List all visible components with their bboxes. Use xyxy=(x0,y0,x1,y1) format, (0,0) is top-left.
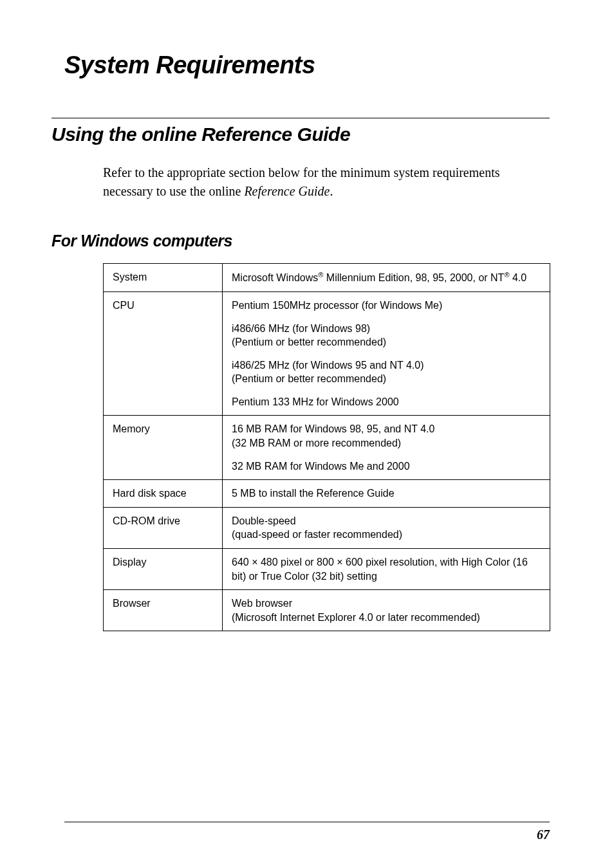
page-number: 67 xyxy=(537,827,550,842)
table-cell-block: 32 MB RAM for Windows Me and 2000 xyxy=(232,459,541,474)
table-cell-value: Web browser(Microsoft Internet Explorer … xyxy=(223,590,550,631)
table-cell-label: Hard disk space xyxy=(104,480,223,508)
table-cell-block: Pentium 150MHz processor (for Windows Me… xyxy=(232,299,541,313)
table-row: BrowserWeb browser(Microsoft Internet Ex… xyxy=(104,590,550,631)
section-divider xyxy=(51,118,550,118)
table-cell-block: 16 MB RAM for Windows 98, 95, and NT 4.0… xyxy=(232,422,541,450)
table-row: CD-ROM driveDouble-speed(quad-speed or f… xyxy=(104,507,550,548)
page-title: System Requirements xyxy=(64,51,550,79)
table-cell-block: Pentium 133 MHz for Windows 2000 xyxy=(232,395,541,409)
table-cell-label: Display xyxy=(104,549,223,590)
table-row: Hard disk space5 MB to install the Refer… xyxy=(104,480,550,508)
table-cell-block: i486/66 MHz (for Windows 98)(Pentium or … xyxy=(232,322,541,349)
table-cell-value: 640 × 480 pixel or 800 × 600 pixel resol… xyxy=(223,549,550,590)
table-row: Memory16 MB RAM for Windows 98, 95, and … xyxy=(104,416,550,480)
intro-italic: Reference Guide xyxy=(244,184,330,198)
table-row: SystemMicrosoft Windows® Millennium Edit… xyxy=(104,264,550,292)
table-row: CPUPentium 150MHz processor (for Windows… xyxy=(104,291,550,416)
table-cell-value: Double-speed(quad-speed or faster recomm… xyxy=(223,507,550,548)
intro-suffix: . xyxy=(330,184,333,198)
table-cell-block: i486/25 MHz (for Windows 95 and NT 4.0)(… xyxy=(232,358,541,386)
requirements-table: SystemMicrosoft Windows® Millennium Edit… xyxy=(103,263,550,631)
subsection-heading: For Windows computers xyxy=(51,232,550,250)
table-cell-label: Browser xyxy=(104,590,223,631)
table-cell-value: Microsoft Windows® Millennium Edition, 9… xyxy=(223,264,550,292)
page-footer: 67 xyxy=(64,822,550,842)
table-cell-label: Memory xyxy=(104,416,223,480)
table-row: Display640 × 480 pixel or 800 × 600 pixe… xyxy=(104,549,550,590)
table-cell-value: 16 MB RAM for Windows 98, 95, and NT 4.0… xyxy=(223,416,550,480)
table-cell-label: System xyxy=(104,264,223,292)
table-cell-value: Pentium 150MHz processor (for Windows Me… xyxy=(223,291,550,416)
table-cell-label: CD-ROM drive xyxy=(104,507,223,548)
section-heading: Using the online Reference Guide xyxy=(51,124,550,145)
intro-paragraph: Refer to the appropriate section below f… xyxy=(103,163,550,201)
table-cell-label: CPU xyxy=(104,291,223,416)
table-cell-value: 5 MB to install the Reference Guide xyxy=(223,480,550,508)
